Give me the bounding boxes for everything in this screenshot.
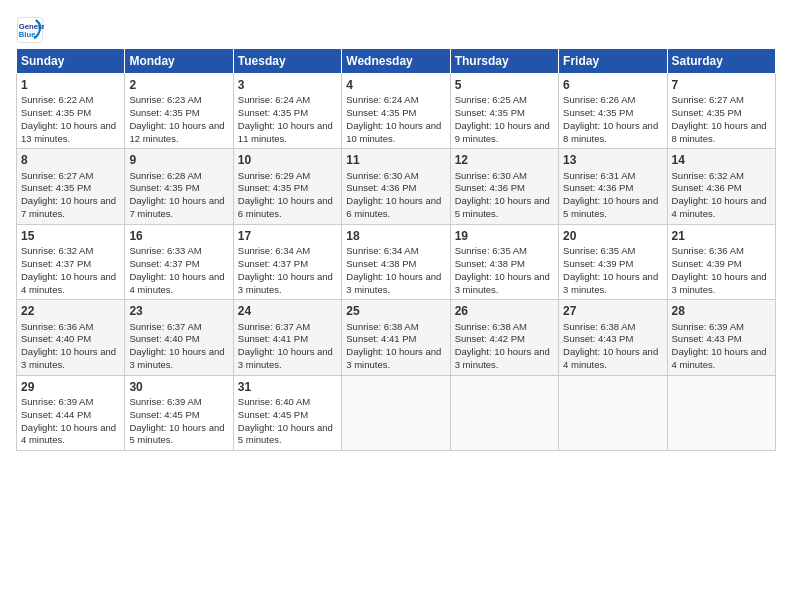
table-cell: 21Sunrise: 6:36 AMSunset: 4:39 PMDayligh… [667,224,775,299]
table-cell: 11Sunrise: 6:30 AMSunset: 4:36 PMDayligh… [342,149,450,224]
daylight: Daylight: 10 hours and 8 minutes. [672,120,767,144]
daylight: Daylight: 10 hours and 3 minutes. [346,271,441,295]
sunrise: Sunrise: 6:38 AM [346,321,418,332]
table-cell: 25Sunrise: 6:38 AMSunset: 4:41 PMDayligh… [342,300,450,375]
table-cell: 30Sunrise: 6:39 AMSunset: 4:45 PMDayligh… [125,375,233,450]
sunrise: Sunrise: 6:30 AM [346,170,418,181]
daylight: Daylight: 10 hours and 3 minutes. [21,346,116,370]
day-number: 6 [563,77,662,93]
sunrise: Sunrise: 6:32 AM [21,245,93,256]
sunrise: Sunrise: 6:33 AM [129,245,201,256]
sunset: Sunset: 4:35 PM [455,107,525,118]
sunrise: Sunrise: 6:35 AM [563,245,635,256]
col-wednesday: Wednesday [342,49,450,74]
daylight: Daylight: 10 hours and 10 minutes. [346,120,441,144]
table-cell: 7Sunrise: 6:27 AMSunset: 4:35 PMDaylight… [667,74,775,149]
header: General Blue [16,16,776,44]
calendar-row: 1Sunrise: 6:22 AMSunset: 4:35 PMDaylight… [17,74,776,149]
sunset: Sunset: 4:38 PM [455,258,525,269]
sunset: Sunset: 4:35 PM [129,182,199,193]
sunrise: Sunrise: 6:27 AM [672,94,744,105]
col-friday: Friday [559,49,667,74]
calendar-table: Sunday Monday Tuesday Wednesday Thursday… [16,48,776,451]
table-cell: 6Sunrise: 6:26 AMSunset: 4:35 PMDaylight… [559,74,667,149]
daylight: Daylight: 10 hours and 9 minutes. [455,120,550,144]
table-cell: 13Sunrise: 6:31 AMSunset: 4:36 PMDayligh… [559,149,667,224]
day-number: 15 [21,228,120,244]
table-cell: 27Sunrise: 6:38 AMSunset: 4:43 PMDayligh… [559,300,667,375]
sunrise: Sunrise: 6:34 AM [238,245,310,256]
sunset: Sunset: 4:37 PM [129,258,199,269]
sunrise: Sunrise: 6:37 AM [238,321,310,332]
sunrise: Sunrise: 6:32 AM [672,170,744,181]
sunrise: Sunrise: 6:39 AM [21,396,93,407]
table-cell: 23Sunrise: 6:37 AMSunset: 4:40 PMDayligh… [125,300,233,375]
sunrise: Sunrise: 6:27 AM [21,170,93,181]
table-cell: 29Sunrise: 6:39 AMSunset: 4:44 PMDayligh… [17,375,125,450]
daylight: Daylight: 10 hours and 4 minutes. [21,271,116,295]
table-cell: 10Sunrise: 6:29 AMSunset: 4:35 PMDayligh… [233,149,341,224]
sunrise: Sunrise: 6:38 AM [455,321,527,332]
table-cell: 4Sunrise: 6:24 AMSunset: 4:35 PMDaylight… [342,74,450,149]
day-number: 9 [129,152,228,168]
sunset: Sunset: 4:41 PM [238,333,308,344]
sunrise: Sunrise: 6:31 AM [563,170,635,181]
sunrise: Sunrise: 6:30 AM [455,170,527,181]
table-cell: 1Sunrise: 6:22 AMSunset: 4:35 PMDaylight… [17,74,125,149]
sunset: Sunset: 4:35 PM [129,107,199,118]
table-cell: 22Sunrise: 6:36 AMSunset: 4:40 PMDayligh… [17,300,125,375]
sunrise: Sunrise: 6:23 AM [129,94,201,105]
logo: General Blue [16,16,46,44]
calendar-row: 15Sunrise: 6:32 AMSunset: 4:37 PMDayligh… [17,224,776,299]
table-cell: 18Sunrise: 6:34 AMSunset: 4:38 PMDayligh… [342,224,450,299]
sunrise: Sunrise: 6:24 AM [346,94,418,105]
table-cell: 3Sunrise: 6:24 AMSunset: 4:35 PMDaylight… [233,74,341,149]
daylight: Daylight: 10 hours and 4 minutes. [129,271,224,295]
sunset: Sunset: 4:36 PM [672,182,742,193]
sunset: Sunset: 4:40 PM [129,333,199,344]
daylight: Daylight: 10 hours and 3 minutes. [672,271,767,295]
daylight: Daylight: 10 hours and 3 minutes. [129,346,224,370]
table-cell: 31Sunrise: 6:40 AMSunset: 4:45 PMDayligh… [233,375,341,450]
sunrise: Sunrise: 6:29 AM [238,170,310,181]
daylight: Daylight: 10 hours and 7 minutes. [21,195,116,219]
table-cell: 9Sunrise: 6:28 AMSunset: 4:35 PMDaylight… [125,149,233,224]
day-number: 11 [346,152,445,168]
sunrise: Sunrise: 6:35 AM [455,245,527,256]
table-cell: 8Sunrise: 6:27 AMSunset: 4:35 PMDaylight… [17,149,125,224]
table-cell [559,375,667,450]
daylight: Daylight: 10 hours and 5 minutes. [129,422,224,446]
table-cell [667,375,775,450]
col-sunday: Sunday [17,49,125,74]
daylight: Daylight: 10 hours and 4 minutes. [21,422,116,446]
daylight: Daylight: 10 hours and 3 minutes. [238,346,333,370]
day-number: 21 [672,228,771,244]
sunrise: Sunrise: 6:25 AM [455,94,527,105]
sunrise: Sunrise: 6:38 AM [563,321,635,332]
sunset: Sunset: 4:45 PM [238,409,308,420]
sunset: Sunset: 4:36 PM [455,182,525,193]
day-number: 3 [238,77,337,93]
daylight: Daylight: 10 hours and 4 minutes. [672,346,767,370]
table-cell: 12Sunrise: 6:30 AMSunset: 4:36 PMDayligh… [450,149,558,224]
daylight: Daylight: 10 hours and 12 minutes. [129,120,224,144]
sunrise: Sunrise: 6:24 AM [238,94,310,105]
day-number: 17 [238,228,337,244]
day-number: 24 [238,303,337,319]
day-number: 26 [455,303,554,319]
sunrise: Sunrise: 6:40 AM [238,396,310,407]
sunset: Sunset: 4:43 PM [563,333,633,344]
sunrise: Sunrise: 6:22 AM [21,94,93,105]
sunset: Sunset: 4:40 PM [21,333,91,344]
day-number: 8 [21,152,120,168]
sunset: Sunset: 4:44 PM [21,409,91,420]
day-number: 14 [672,152,771,168]
table-cell: 24Sunrise: 6:37 AMSunset: 4:41 PMDayligh… [233,300,341,375]
sunset: Sunset: 4:35 PM [21,107,91,118]
table-cell: 17Sunrise: 6:34 AMSunset: 4:37 PMDayligh… [233,224,341,299]
table-cell: 15Sunrise: 6:32 AMSunset: 4:37 PMDayligh… [17,224,125,299]
sunset: Sunset: 4:39 PM [672,258,742,269]
day-number: 18 [346,228,445,244]
sunset: Sunset: 4:35 PM [21,182,91,193]
day-number: 31 [238,379,337,395]
